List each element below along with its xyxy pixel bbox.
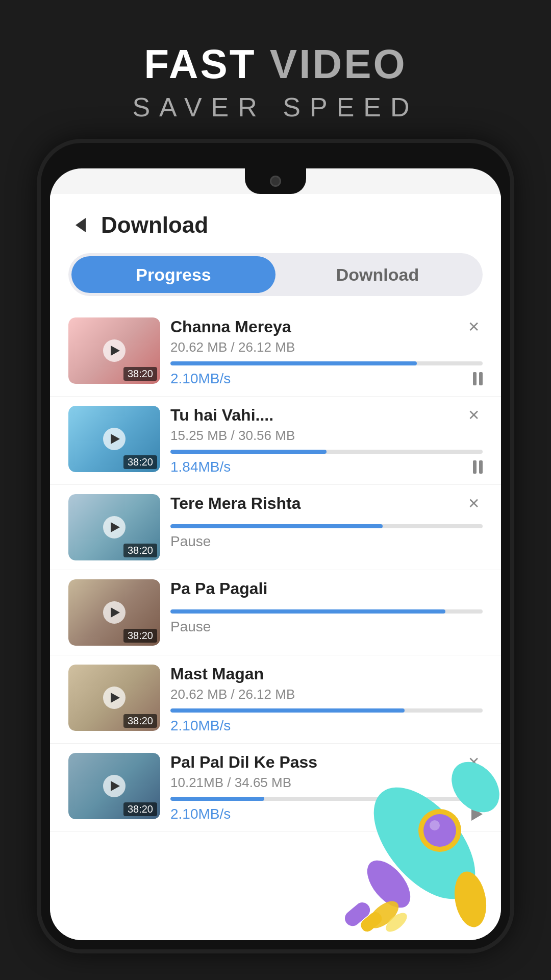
item-title-row-2: Tu hai Vahi.... ✕ [170, 406, 483, 425]
item-title-row-1: Channa Mereya ✕ [170, 317, 483, 336]
play-overlay-3[interactable] [103, 516, 126, 538]
item-title-4: Pa Pa Pagali [170, 579, 483, 598]
page-title: Download [101, 212, 208, 238]
pause-btn-2[interactable] [473, 460, 483, 474]
play-icon-5 [111, 693, 120, 703]
progress-bar-bg-5 [170, 708, 483, 713]
back-button[interactable] [68, 213, 93, 237]
play-overlay-6[interactable] [103, 775, 126, 797]
progress-bar-fill-5 [170, 708, 405, 713]
list-item: 38:20 Channa Mereya ✕ 20.62 MB / 26.12 M… [50, 308, 501, 397]
item-bottom-row-2: 1.84MB/s [170, 459, 483, 475]
progress-bar-fill-4 [170, 609, 445, 614]
pause-btn-1[interactable] [473, 372, 483, 385]
play-overlay-1[interactable] [103, 339, 126, 362]
item-bottom-row-4: Pause [170, 619, 483, 635]
title-fast: FAST [144, 41, 256, 87]
tab-progress[interactable]: Progress [71, 256, 276, 293]
phone-notch [245, 168, 306, 194]
play-overlay-5[interactable] [103, 687, 126, 709]
speed-text-2: 1.84MB/s [170, 459, 231, 475]
list-item: 38:20 Tu hai Vahi.... ✕ 15.25 MB / 30.56… [50, 397, 501, 485]
progress-bar-bg-6 [170, 797, 483, 801]
item-bottom-row-5: 2.10MB/s [170, 718, 483, 734]
list-item: 38:20 Pal Pal Dil Ke Pass ✕ 10.21MB / 34… [50, 744, 501, 832]
duration-badge-6: 38:20 [123, 802, 157, 816]
app-title-line1: FAST VIDEO [0, 41, 551, 88]
duration-badge-2: 38:20 [123, 455, 157, 469]
item-size-5: 20.62 MB / 26.12 MB [170, 687, 483, 702]
list-item: 38:20 Pa Pa Pagali Pause [50, 570, 501, 655]
close-btn-6[interactable]: ✕ [464, 753, 483, 772]
page-header: Download [50, 194, 501, 248]
item-bottom-row-3: Pause [170, 533, 483, 550]
progress-bar-bg-4 [170, 609, 483, 614]
play-resume-icon-6 [471, 807, 483, 821]
item-title-1: Channa Mereya [170, 317, 464, 336]
speed-text-1: 2.10MB/s [170, 371, 231, 387]
duration-badge-1: 38:20 [123, 367, 157, 381]
close-btn-3[interactable]: ✕ [464, 495, 483, 513]
item-title-6: Pal Pal Dil Ke Pass [170, 753, 464, 772]
list-item: 38:20 Mast Magan 20.62 MB / 26.12 MB 2.1… [50, 655, 501, 744]
play-icon-3 [111, 522, 120, 532]
item-info-3: Tere Mera Rishta ✕ Pause [170, 494, 483, 550]
phone-frame: Download Progress Download 38:20 [41, 143, 510, 949]
pause-icon-2 [473, 460, 483, 474]
app-title-line2: SAVER SPEED [0, 92, 551, 122]
play-icon-6 [111, 781, 120, 791]
duration-badge-3: 38:20 [123, 544, 157, 557]
play-icon-1 [111, 346, 120, 356]
item-size-6: 10.21MB / 34.65 MB [170, 775, 483, 791]
progress-bar-bg-2 [170, 450, 483, 454]
download-list: 38:20 Channa Mereya ✕ 20.62 MB / 26.12 M… [50, 308, 501, 937]
play-icon-4 [111, 607, 120, 618]
tab-download[interactable]: Download [276, 256, 480, 293]
speed-text-6: 2.10MB/s [170, 806, 231, 822]
pause-bar-left-2 [473, 460, 477, 474]
item-title-row-3: Tere Mera Rishta ✕ [170, 494, 483, 513]
thumbnail-1: 38:20 [68, 317, 160, 384]
close-btn-1[interactable]: ✕ [464, 318, 483, 336]
item-info-2: Tu hai Vahi.... ✕ 15.25 MB / 30.56 MB 1.… [170, 406, 483, 475]
item-info-5: Mast Magan 20.62 MB / 26.12 MB 2.10MB/s [170, 665, 483, 734]
progress-bar-fill-3 [170, 524, 383, 528]
pause-label-4: Pause [170, 619, 211, 635]
item-title-3: Tere Mera Rishta [170, 494, 464, 513]
close-btn-2[interactable]: ✕ [464, 406, 483, 425]
pause-label-3: Pause [170, 533, 211, 550]
item-info-6: Pal Pal Dil Ke Pass ✕ 10.21MB / 34.65 MB… [170, 753, 483, 822]
list-item: 38:20 Tere Mera Rishta ✕ Pause [50, 485, 501, 570]
item-bottom-row-1: 2.10MB/s [170, 371, 483, 387]
pause-bar-right-1 [479, 372, 483, 385]
screen-content: Download Progress Download 38:20 [50, 194, 501, 940]
item-size-2: 15.25 MB / 30.56 MB [170, 428, 483, 444]
duration-badge-5: 38:20 [123, 714, 157, 728]
item-info-4: Pa Pa Pagali Pause [170, 579, 483, 635]
play-overlay-2[interactable] [103, 428, 126, 450]
speed-text-5: 2.10MB/s [170, 718, 231, 734]
progress-bar-fill-6 [170, 797, 264, 801]
item-title-2: Tu hai Vahi.... [170, 406, 464, 425]
item-title-row-5: Mast Magan [170, 665, 483, 683]
pause-bar-right-2 [479, 460, 483, 474]
item-bottom-row-6: 2.10MB/s [170, 806, 483, 822]
phone-screen: Download Progress Download 38:20 [50, 168, 501, 940]
progress-bar-bg-3 [170, 524, 483, 528]
progress-bar-fill-1 [170, 361, 417, 365]
item-info-1: Channa Mereya ✕ 20.62 MB / 26.12 MB 2.10… [170, 317, 483, 387]
progress-bar-fill-2 [170, 450, 327, 454]
play-resume-btn-6[interactable] [471, 807, 483, 821]
front-camera [270, 176, 281, 187]
back-icon [76, 218, 86, 232]
item-title-row-6: Pal Pal Dil Ke Pass ✕ [170, 753, 483, 772]
play-overlay-4[interactable] [103, 601, 126, 624]
thumbnail-6: 38:20 [68, 753, 160, 819]
thumbnail-3: 38:20 [68, 494, 160, 560]
pause-bar-left-1 [473, 372, 477, 385]
thumbnail-2: 38:20 [68, 406, 160, 472]
play-icon-2 [111, 434, 120, 444]
thumbnail-5: 38:20 [68, 665, 160, 731]
item-size-1: 20.62 MB / 26.12 MB [170, 339, 483, 355]
title-video: VIDEO [257, 41, 407, 87]
